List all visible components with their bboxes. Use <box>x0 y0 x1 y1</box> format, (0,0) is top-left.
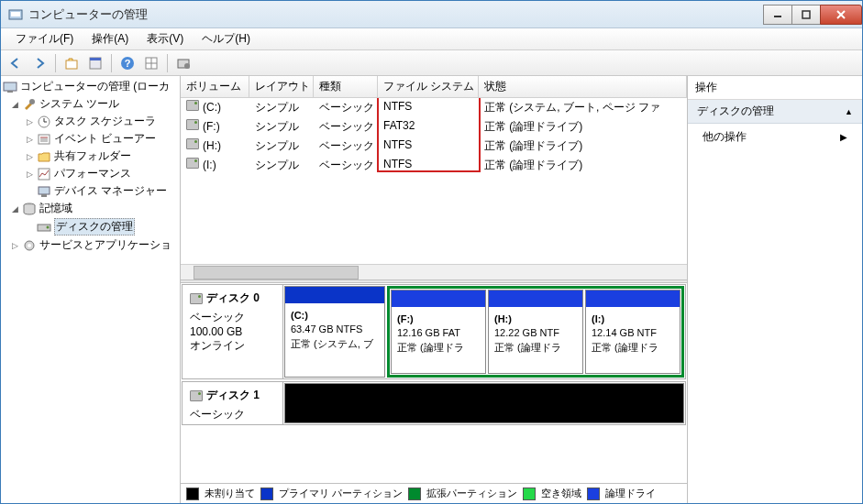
refresh-view-button[interactable] <box>140 53 162 73</box>
extended-partition-group: (F:)12.16 GB FAT正常 (論理ドラ (H:)12.22 GB NT… <box>387 286 684 378</box>
partition-logical[interactable]: (F:)12.16 GB FAT正常 (論理ドラ <box>391 290 486 374</box>
tree-label: デバイス マネージャー <box>54 183 167 199</box>
horizontal-scrollbar[interactable] <box>181 264 687 279</box>
collapse-icon[interactable]: ◢ <box>10 99 20 109</box>
expand-icon[interactable]: ▷ <box>25 134 35 144</box>
volume-type: ベーシック <box>314 99 378 116</box>
tree-label: 記憶域 <box>39 201 72 216</box>
col-layout[interactable]: レイアウト <box>249 76 314 97</box>
volume-list: ボリューム レイアウト 種類 ファイル システム 状態 (C:)シンプルベーシッ… <box>181 76 687 279</box>
tree-disk-management[interactable]: ディスクの管理 <box>3 217 178 236</box>
tools-icon <box>22 97 37 112</box>
volume-row[interactable]: (C:)シンプルベーシックNTFS正常 (システム, ブート, ページ ファ <box>181 98 687 117</box>
window-title: コンピューターの管理 <box>28 6 764 23</box>
partition-status: 正常 (論理ドラ <box>397 342 464 353</box>
content-area: コンピューターの管理 (ローカ ◢ システム ツール ▷タスク スケジューラ ▷… <box>1 76 862 503</box>
volume-status: 正常 (システム, ブート, ページ ファ <box>479 99 687 116</box>
legend-swatch-extended <box>408 488 421 500</box>
partition-status: 正常 (システム, ブ <box>291 338 373 349</box>
legend-label: プライマリ パーティション <box>279 487 403 500</box>
toolbar-divider <box>55 54 56 72</box>
menu-file[interactable]: ファイル(F) <box>6 29 83 49</box>
col-volume[interactable]: ボリューム <box>181 76 249 97</box>
partition-logical[interactable]: (I:)12.14 GB NTF正常 (論理ドラ <box>585 290 680 374</box>
volume-icon <box>186 119 199 130</box>
settings-button[interactable] <box>172 53 194 73</box>
tree-task-scheduler[interactable]: ▷タスク スケジューラ <box>3 113 178 130</box>
disk-state: オンライン <box>190 338 275 354</box>
svg-rect-16 <box>4 82 17 91</box>
disk-graphical-area: ディスク 0 ベーシック 100.00 GB オンライン (C:)63.47 G… <box>181 283 687 503</box>
volume-row[interactable]: (F:)シンプルベーシックFAT32正常 (論理ドライブ) <box>181 117 687 137</box>
partition-primary[interactable]: (C:)63.47 GB NTFS正常 (システム, ブ <box>284 286 385 378</box>
col-filesystem[interactable]: ファイル システム <box>378 76 479 97</box>
menu-action[interactable]: 操作(A) <box>83 29 138 49</box>
disk-row: ディスク 0 ベーシック 100.00 GB オンライン (C:)63.47 G… <box>182 284 686 379</box>
partition-size: 12.22 GB NTF <box>494 327 559 338</box>
partition-status: 正常 (論理ドラ <box>494 342 561 353</box>
chevron-right-icon: ▶ <box>840 132 847 142</box>
svg-rect-17 <box>7 91 13 93</box>
legend-swatch-free <box>523 488 536 500</box>
partition-logical[interactable]: (H:)12.22 GB NTF正常 (論理ドラ <box>488 290 583 374</box>
actions-other[interactable]: 他の操作 ▶ <box>688 124 862 150</box>
tree-services-apps[interactable]: ▷サービスとアプリケーショ <box>3 236 178 254</box>
tree-performance[interactable]: ▷パフォーマンス <box>3 165 178 182</box>
volume-fs: NTFS <box>378 99 479 116</box>
expand-icon[interactable]: ▷ <box>25 151 35 161</box>
up-button[interactable] <box>61 53 83 73</box>
svg-rect-6 <box>66 60 77 69</box>
volume-row[interactable]: (I:)シンプルベーシックNTFS正常 (論理ドライブ) <box>181 156 687 175</box>
tree-shared-folders[interactable]: ▷共有フォルダー <box>3 148 178 165</box>
volume-layout: シンプル <box>249 137 314 155</box>
actions-section[interactable]: ディスクの管理 ▲ <box>688 100 862 124</box>
partition-color-bar <box>392 290 485 307</box>
disk-info[interactable]: ディスク 0 ベーシック 100.00 GB オンライン <box>183 285 283 378</box>
disk-partitions <box>283 382 685 424</box>
volume-name: (H:) <box>203 139 221 152</box>
maximize-button[interactable] <box>791 5 821 25</box>
tree-storage[interactable]: ◢記憶域 <box>3 200 178 217</box>
forward-button[interactable] <box>28 53 50 73</box>
tree-system-tools[interactable]: ◢ システム ツール <box>3 95 178 113</box>
legend: 未割り当て プライマリ パーティション 拡張パーティション 空き領域 論理ドライ <box>181 483 687 503</box>
partition-color-bar <box>489 290 582 307</box>
help-button[interactable]: ? <box>116 53 138 73</box>
disk-size: 100.00 GB <box>190 325 275 338</box>
tree-label: ディスクの管理 <box>54 218 135 236</box>
scrollbar-thumb[interactable] <box>194 266 359 279</box>
properties-button[interactable] <box>84 53 106 73</box>
volume-row[interactable]: (H:)シンプルベーシックNTFS正常 (論理ドライブ) <box>181 137 687 156</box>
computer-icon <box>3 80 17 94</box>
col-status[interactable]: 状態 <box>479 76 687 97</box>
expand-icon[interactable]: ▷ <box>25 116 35 126</box>
volume-icon <box>186 138 199 149</box>
collapse-icon[interactable]: ◢ <box>10 203 20 214</box>
expand-icon[interactable]: ▷ <box>10 240 20 250</box>
volume-name: (I:) <box>203 159 216 171</box>
tree-event-viewer[interactable]: ▷イベント ビューアー <box>3 130 178 148</box>
disk-partitions: (C:)63.47 GB NTFS正常 (システム, ブ (F:)12.16 G… <box>283 285 685 378</box>
back-button[interactable] <box>5 53 27 73</box>
expand-icon[interactable]: ▷ <box>25 169 35 179</box>
tree-label: 共有フォルダー <box>54 148 131 164</box>
legend-swatch-logical <box>587 488 600 500</box>
col-type[interactable]: 種類 <box>314 76 378 97</box>
disk-row: ディスク 1 ベーシック <box>182 381 686 425</box>
partition-label: (F:) <box>397 313 414 324</box>
tree-device-manager[interactable]: デバイス マネージャー <box>3 182 178 200</box>
tree-root[interactable]: コンピューターの管理 (ローカ <box>3 78 178 95</box>
close-button[interactable] <box>820 5 862 25</box>
tree-label: イベント ビューアー <box>54 131 156 147</box>
legend-swatch-unallocated <box>186 488 199 500</box>
legend-label: 拡張パーティション <box>426 487 517 500</box>
svg-rect-1 <box>11 12 20 16</box>
menu-view[interactable]: 表示(V) <box>138 29 193 49</box>
minimize-button[interactable] <box>763 5 792 25</box>
menu-help[interactable]: ヘルプ(H) <box>193 29 260 49</box>
legend-label: 空き領域 <box>541 487 581 500</box>
disk-info[interactable]: ディスク 1 ベーシック <box>183 382 283 424</box>
svg-point-33 <box>28 244 31 247</box>
partition-status: 正常 (論理ドラ <box>592 342 658 353</box>
partition-unallocated[interactable] <box>284 383 684 423</box>
